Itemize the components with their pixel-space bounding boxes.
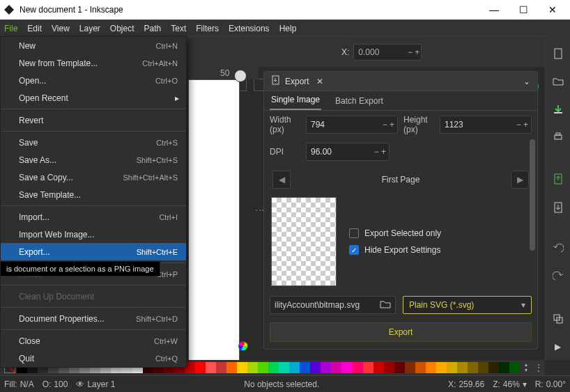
swatch[interactable] — [353, 362, 363, 373]
menu-file[interactable]: File — [4, 24, 17, 33]
swatch[interactable] — [447, 362, 457, 373]
redo-icon[interactable] — [551, 271, 565, 283]
menu-item-save[interactable]: SaveCtrl+S — [1, 134, 186, 151]
swatch[interactable] — [226, 362, 237, 373]
swatch[interactable] — [195, 362, 206, 373]
swatch[interactable] — [206, 362, 216, 373]
swatch[interactable] — [216, 362, 226, 373]
export-button[interactable]: Export — [270, 322, 532, 342]
print-icon[interactable] — [551, 131, 565, 143]
tab-single-image[interactable]: Single Image — [270, 91, 321, 110]
menu-item-save-template[interactable]: Save Template... — [1, 186, 186, 203]
swatch[interactable] — [478, 362, 488, 373]
menu-item-close[interactable]: CloseCtrl+W — [1, 332, 186, 350]
export-panel-close-icon[interactable]: ✕ — [316, 77, 323, 86]
swatch[interactable] — [237, 362, 247, 373]
save-icon[interactable] — [551, 103, 565, 116]
coord-x-stepper[interactable]: − + — [408, 47, 419, 57]
duplicate-icon[interactable] — [551, 313, 565, 325]
export-panel-chevron-icon[interactable]: ⌄ — [523, 77, 530, 86]
more-panels-icon[interactable]: ▶ — [551, 340, 565, 353]
coord-x-input[interactable]: 0.000 − + — [353, 44, 422, 61]
menu-object[interactable]: Object — [110, 24, 134, 33]
undo-icon[interactable] — [551, 243, 565, 256]
status-zoom[interactable]: Z: 46% ▾ — [493, 379, 527, 389]
swatch[interactable] — [321, 362, 331, 373]
swatch[interactable] — [310, 362, 321, 373]
hide-export-settings-checkbox[interactable]: Hide Export Settings — [349, 245, 530, 255]
swatch[interactable] — [509, 362, 520, 373]
swatch[interactable] — [279, 362, 289, 373]
menu-filters[interactable]: Filters — [196, 24, 219, 33]
menu-item-quit[interactable]: QuitCtrl+Q — [1, 350, 186, 367]
menu-view[interactable]: View — [52, 24, 70, 33]
export-icon[interactable] — [551, 201, 565, 213]
export-path-input[interactable]: ilityAccount\bitmap.svg — [270, 296, 396, 314]
new-doc-icon[interactable] — [551, 47, 565, 60]
swatch[interactable] — [258, 362, 268, 373]
swatch[interactable] — [247, 362, 258, 373]
menu-item-new[interactable]: NewCtrl+N — [1, 37, 186, 54]
menu-item-document-properties[interactable]: Document Properties...Shift+Ctrl+D — [1, 310, 186, 327]
menu-item-import-web-image[interactable]: Import Web Image... — [1, 226, 186, 243]
swatch[interactable] — [394, 362, 405, 373]
status-rotation[interactable]: R: 0.00° — [535, 379, 566, 389]
swatch[interactable] — [341, 362, 352, 373]
open-icon[interactable] — [551, 75, 565, 88]
palette-scroll-arrows[interactable]: ▴ ▾ — [520, 360, 532, 375]
import-icon[interactable] — [551, 173, 565, 185]
tab-batch-export[interactable]: Batch Export — [334, 92, 385, 110]
menu-layer[interactable]: Layer — [79, 24, 100, 33]
swatch[interactable] — [415, 362, 426, 373]
swatch[interactable] — [268, 362, 279, 373]
swatch[interactable] — [289, 362, 300, 373]
menu-item-save-a-copy[interactable]: Save a Copy...Shift+Ctrl+Alt+S — [1, 168, 186, 186]
panel-scrollbar[interactable] — [530, 139, 535, 251]
close-button[interactable]: ✕ — [538, 0, 567, 19]
menu-edit[interactable]: Edit — [27, 24, 42, 33]
menu-item-revert[interactable]: Revert — [1, 111, 186, 129]
export-selected-only-checkbox[interactable]: Export Selected only — [349, 228, 530, 238]
menu-item-open-recent[interactable]: Open Recent▸ — [1, 89, 186, 107]
swatch[interactable] — [405, 362, 415, 373]
export-height-input[interactable]: 1123 − + — [440, 116, 532, 134]
menu-extensions[interactable]: Extensions — [229, 24, 270, 33]
menu-item-open[interactable]: Open...Ctrl+O — [1, 72, 186, 89]
swatch[interactable] — [373, 362, 384, 373]
swatch[interactable] — [488, 362, 499, 373]
export-next-page-button[interactable]: ▶ — [511, 171, 529, 189]
export-format-select[interactable]: Plain SVG (*.svg) ▾ — [403, 296, 532, 314]
export-dpi-input[interactable]: 96.00 − + — [306, 143, 390, 161]
swatch[interactable] — [300, 362, 310, 373]
swatch[interactable] — [331, 362, 341, 373]
swatch[interactable] — [499, 362, 509, 373]
export-dpi-stepper[interactable]: − + — [374, 147, 386, 157]
swatch[interactable] — [426, 362, 436, 373]
folder-icon[interactable] — [380, 299, 391, 311]
color-wheel-icon[interactable] — [238, 341, 248, 351]
menu-item-save-as[interactable]: Save As...Shift+Ctrl+S — [1, 151, 186, 168]
swatch[interactable] — [384, 362, 394, 373]
swatch[interactable] — [457, 362, 468, 373]
status-opacity-value[interactable]: 100 — [54, 379, 68, 389]
swatch[interactable] — [363, 362, 373, 373]
export-prev-page-button[interactable]: ◀ — [272, 171, 291, 189]
layer-visibility-icon[interactable]: 👁 — [76, 379, 84, 389]
menu-item-accelerator: Ctrl+I — [159, 213, 178, 221]
menu-help[interactable]: Help — [279, 24, 297, 33]
menu-text[interactable]: Text — [171, 24, 186, 33]
minimize-button[interactable]: — — [479, 0, 509, 19]
palette-menu-icon[interactable]: ⋮ — [532, 363, 545, 373]
menu-path[interactable]: Path — [144, 24, 162, 33]
menu-item-import[interactable]: Import...Ctrl+I — [1, 208, 186, 226]
export-height-stepper[interactable]: − + — [516, 120, 528, 130]
maximize-button[interactable]: ☐ — [509, 0, 538, 19]
menu-item-export[interactable]: Export...Shift+Ctrl+E — [1, 243, 186, 260]
document-page[interactable] — [188, 79, 240, 372]
export-width-stepper[interactable]: − + — [383, 120, 394, 130]
status-layer-group[interactable]: 👁 Layer 1 — [76, 379, 115, 389]
swatch[interactable] — [468, 362, 478, 373]
menu-item-new-from-template[interactable]: New from Template...Ctrl+Alt+N — [1, 54, 186, 72]
swatch[interactable] — [436, 362, 447, 373]
export-width-input[interactable]: 794 − + — [306, 116, 398, 134]
